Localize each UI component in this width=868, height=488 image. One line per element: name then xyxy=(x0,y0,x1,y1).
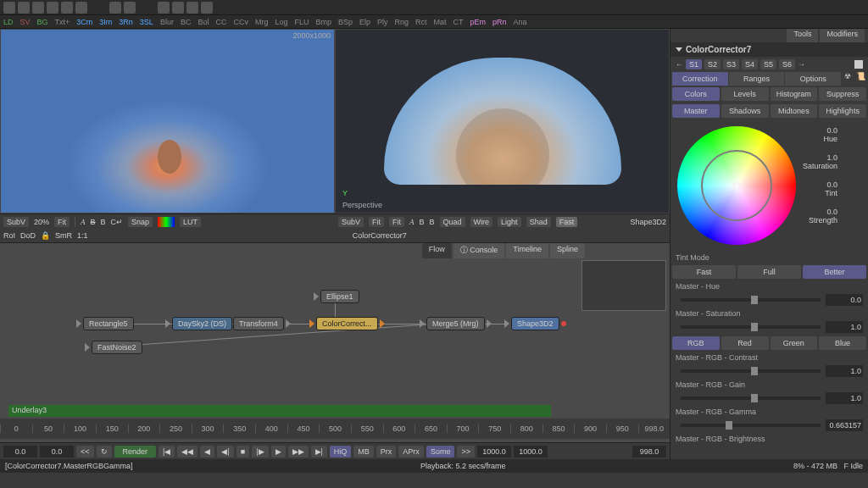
ratio-label[interactable]: 1:1 xyxy=(77,231,88,240)
node-daysky[interactable]: DaySky2 (DS) xyxy=(172,317,232,330)
range-start[interactable]: 0.0 xyxy=(3,446,37,458)
mode-histogram[interactable]: Histogram xyxy=(771,87,818,101)
tab-spline[interactable]: Spline xyxy=(550,243,585,258)
script-icon[interactable]: 📜 xyxy=(854,72,866,86)
step-back-icon[interactable]: ◀◀ xyxy=(177,446,198,458)
viewer-right[interactable]: Y Perspective xyxy=(335,29,670,214)
shelf-3im[interactable]: 3Im xyxy=(99,18,112,26)
fit2-btn[interactable]: Fit xyxy=(389,217,404,227)
save-icon[interactable] xyxy=(32,2,44,14)
layout-icon[interactable] xyxy=(158,2,170,14)
subv-btn[interactable]: SubV xyxy=(3,217,29,227)
light-btn[interactable]: Light xyxy=(498,217,521,227)
node-colorcorrect[interactable]: ColorCorrect... xyxy=(316,317,378,330)
zoom-value[interactable]: 20% xyxy=(34,218,49,226)
tab-ranges[interactable]: Ranges xyxy=(729,72,785,86)
node-merge[interactable]: Merge5 (Mrg) xyxy=(426,317,485,330)
t1-field[interactable]: 1000.0 xyxy=(477,446,511,458)
shelf-rct[interactable]: Rct xyxy=(415,18,427,26)
tint-fast[interactable]: Fast xyxy=(672,265,736,279)
hue-value[interactable]: 0.0 xyxy=(826,294,863,306)
range-master[interactable]: Master xyxy=(672,104,720,118)
color-wheel[interactable] xyxy=(677,126,796,245)
tab-console[interactable]: ⓘ Console xyxy=(453,243,505,258)
range-midtones[interactable]: Midtones xyxy=(771,104,818,118)
shelf-elp[interactable]: Elp xyxy=(359,18,370,26)
quad-btn[interactable]: Quad xyxy=(440,217,465,227)
shelf-3cm[interactable]: 3Cm xyxy=(76,18,92,26)
aprx-button[interactable]: APrx xyxy=(398,446,424,458)
tint-better[interactable]: Better xyxy=(803,265,866,279)
picker-icon[interactable] xyxy=(854,60,863,69)
state-s6[interactable]: S6 xyxy=(779,59,795,69)
lut-btn[interactable]: LUT xyxy=(180,217,201,227)
loop-icon[interactable]: ↻ xyxy=(97,446,112,458)
fit1-btn[interactable]: Fit xyxy=(369,217,384,227)
mode-colors[interactable]: Colors xyxy=(672,87,720,101)
hiq-button[interactable]: HiQ xyxy=(330,446,352,458)
play-fwd-icon[interactable]: ▶ xyxy=(271,446,286,458)
undo-icon[interactable] xyxy=(109,2,121,14)
range-shadows[interactable]: Shadows xyxy=(721,104,769,118)
shelf-bg[interactable]: BG xyxy=(37,18,48,26)
lock-icon[interactable]: 🔒 xyxy=(41,231,50,240)
shelf-bsp[interactable]: BSp xyxy=(338,18,353,26)
range-end[interactable]: 998.0 xyxy=(632,446,666,458)
state-s2[interactable]: S2 xyxy=(704,59,721,69)
ch-red[interactable]: Red xyxy=(721,336,769,350)
tab-timeline[interactable]: Timeline xyxy=(506,243,548,258)
shelf-cc[interactable]: CC xyxy=(215,18,226,26)
sat-slider[interactable] xyxy=(681,325,821,329)
shelf-pem[interactable]: pEm xyxy=(470,18,487,26)
shelf-mat[interactable]: Mat xyxy=(434,18,447,26)
shelf-prn[interactable]: pRn xyxy=(492,18,507,26)
new-icon[interactable] xyxy=(3,2,15,14)
t2-field[interactable]: 1000.0 xyxy=(514,446,548,458)
shelf-3rn[interactable]: 3Rn xyxy=(119,18,133,26)
go-end-icon[interactable]: ▶| xyxy=(311,446,327,458)
hue-slider[interactable] xyxy=(681,298,821,302)
ch-green[interactable]: Green xyxy=(771,336,818,350)
skip-start-icon[interactable]: << xyxy=(76,446,94,458)
current-time[interactable]: 0.0 xyxy=(40,446,74,458)
ch-rgb[interactable]: RGB xyxy=(672,336,720,350)
fit-btn[interactable]: Fit xyxy=(54,217,70,227)
shelf-blur[interactable]: Blur xyxy=(160,18,174,26)
layout3-icon[interactable] xyxy=(186,2,198,14)
shelf-bol[interactable]: Bol xyxy=(198,18,209,26)
shelf-ana[interactable]: Ana xyxy=(514,18,527,26)
prx-button[interactable]: Prx xyxy=(376,446,397,458)
shelf-3sl[interactable]: 3SL xyxy=(140,18,153,26)
roi-btn[interactable]: RoI xyxy=(3,231,15,240)
next-marker-icon[interactable]: >> xyxy=(457,446,475,458)
layout2-icon[interactable] xyxy=(172,2,184,14)
open-icon[interactable] xyxy=(18,2,30,14)
radioactive-icon[interactable]: ☢ xyxy=(842,72,854,86)
fast-btn[interactable]: Fast xyxy=(556,217,578,227)
underlay-bar[interactable]: Underlay3 xyxy=(8,405,551,417)
shelf-log[interactable]: Log xyxy=(275,18,287,26)
range-highlights[interactable]: Highlights xyxy=(819,104,866,118)
go-start-icon[interactable]: |◀ xyxy=(159,446,175,458)
shelf-txt[interactable]: Txt+ xyxy=(55,18,70,26)
shelf-bc[interactable]: BC xyxy=(181,18,192,26)
some-button[interactable]: Some xyxy=(426,446,455,458)
flow-view[interactable]: Flow ⓘ Console Timeline Spline Rectangle… xyxy=(0,242,670,442)
frame-back-icon[interactable]: ◀| xyxy=(217,446,233,458)
subv2-btn[interactable]: SubV xyxy=(338,217,364,227)
contrast-slider[interactable] xyxy=(681,369,821,373)
shelf-mrg[interactable]: Mrg xyxy=(255,18,269,26)
state-s3[interactable]: S3 xyxy=(723,59,739,69)
snap-btn[interactable]: Snap xyxy=(128,217,153,227)
tab-flow[interactable]: Flow xyxy=(422,243,452,258)
node-fastnoise[interactable]: FastNoise2 xyxy=(92,341,142,354)
layout4-icon[interactable] xyxy=(201,2,213,14)
node-transform[interactable]: Transform4 xyxy=(233,317,284,330)
shad-btn[interactable]: Shad xyxy=(526,217,551,227)
collapse-icon[interactable] xyxy=(676,47,682,52)
tint-full[interactable]: Full xyxy=(737,265,801,279)
shelf-sv[interactable]: SV xyxy=(20,18,31,26)
render-button[interactable]: Render xyxy=(114,446,157,458)
wire-btn[interactable]: Wire xyxy=(470,217,493,227)
gamma-slider[interactable] xyxy=(681,424,821,427)
